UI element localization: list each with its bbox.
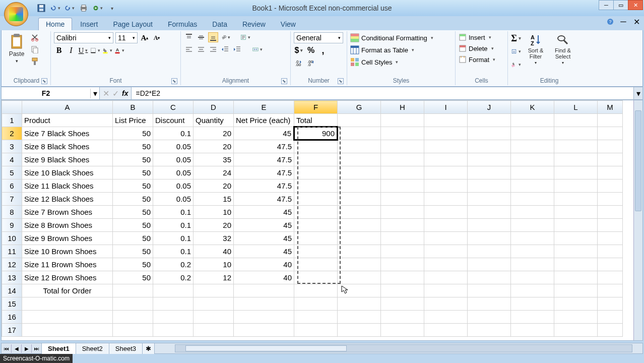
cell[interactable]	[598, 166, 623, 179]
cell[interactable]	[338, 311, 381, 324]
cell[interactable]: 35	[194, 153, 234, 166]
align-middle-icon[interactable]	[196, 32, 206, 42]
cell[interactable]	[338, 193, 381, 206]
paste-button[interactable]: Paste ▾	[6, 32, 28, 65]
cell[interactable]	[554, 179, 598, 193]
cell[interactable]	[598, 311, 623, 324]
percent-format-icon[interactable]: %	[306, 45, 316, 55]
cell[interactable]	[511, 258, 554, 271]
cell[interactable]	[468, 179, 511, 193]
cell[interactable]	[113, 297, 153, 311]
tab-insert[interactable]: Insert	[73, 18, 105, 30]
align-left-icon[interactable]	[184, 44, 194, 54]
cell[interactable]	[153, 311, 194, 324]
cell[interactable]	[511, 284, 554, 297]
cell[interactable]	[511, 179, 554, 193]
cell[interactable]	[294, 206, 338, 219]
redo-icon[interactable]	[65, 3, 75, 13]
cell[interactable]	[511, 114, 554, 127]
cell[interactable]: 20	[194, 127, 234, 140]
cell[interactable]: Size 7 Brown Shoes	[22, 206, 113, 219]
cell[interactable]: Product	[22, 114, 113, 127]
cell[interactable]	[381, 232, 424, 245]
cell[interactable]: Discount	[153, 114, 194, 127]
bold-icon[interactable]: B	[54, 45, 64, 55]
cell[interactable]: 0.1	[153, 127, 194, 140]
row-header[interactable]: 1	[2, 114, 22, 127]
cell[interactable]	[113, 324, 153, 337]
row-header[interactable]: 12	[2, 258, 22, 271]
cell[interactable]: 50	[113, 245, 153, 258]
cell[interactable]: 50	[113, 193, 153, 206]
cell[interactable]	[511, 271, 554, 284]
cell[interactable]	[598, 258, 623, 271]
sheet-nav-next-icon[interactable]: ▶	[22, 344, 32, 353]
cell[interactable]: Size 9 Black Shoes	[22, 153, 113, 166]
cell[interactable]	[234, 284, 294, 297]
cell[interactable]	[511, 153, 554, 166]
formula-bar-expand-icon[interactable]: ▾	[633, 87, 642, 99]
merge-center-icon[interactable]	[252, 44, 263, 54]
cell[interactable]	[338, 166, 381, 179]
cell[interactable]	[511, 232, 554, 245]
horizontal-scrollbar[interactable]	[175, 344, 632, 352]
cell[interactable]: 50	[113, 206, 153, 219]
orientation-icon[interactable]: ab	[220, 32, 230, 42]
cell[interactable]	[554, 232, 598, 245]
cell[interactable]	[468, 245, 511, 258]
accounting-format-icon[interactable]: $	[294, 45, 304, 55]
fill-icon[interactable]	[511, 46, 521, 56]
border-icon[interactable]	[90, 45, 100, 55]
cell[interactable]	[234, 311, 294, 324]
cell[interactable]	[194, 297, 234, 311]
cell[interactable]	[468, 114, 511, 127]
cell[interactable]	[468, 258, 511, 271]
clear-icon[interactable]	[511, 59, 521, 70]
cell[interactable]	[424, 232, 468, 245]
cell[interactable]	[511, 245, 554, 258]
row-header[interactable]: 14	[2, 284, 22, 297]
cell[interactable]	[468, 206, 511, 219]
cell[interactable]	[381, 311, 424, 324]
quickprint-icon[interactable]	[93, 3, 103, 13]
cell[interactable]	[424, 179, 468, 193]
cell[interactable]	[554, 140, 598, 153]
cell[interactable]: 47.5	[234, 166, 294, 179]
font-family-select[interactable]: Calibri▾	[54, 32, 113, 43]
cell[interactable]: 24	[194, 166, 234, 179]
cell[interactable]: 47.5	[234, 153, 294, 166]
cell[interactable]	[468, 153, 511, 166]
cell[interactable]	[424, 193, 468, 206]
cell[interactable]: 50	[113, 271, 153, 284]
cell[interactable]	[338, 258, 381, 271]
cell[interactable]	[424, 219, 468, 232]
italic-icon[interactable]: I	[66, 45, 76, 55]
cell[interactable]	[294, 284, 338, 297]
underline-icon[interactable]: U	[78, 45, 88, 55]
cell[interactable]	[424, 166, 468, 179]
cell[interactable]: 40	[234, 271, 294, 284]
format-painter-icon[interactable]	[30, 56, 40, 67]
cell[interactable]	[294, 166, 338, 179]
cell[interactable]	[22, 324, 113, 337]
cell[interactable]	[554, 324, 598, 337]
row-header[interactable]: 7	[2, 193, 22, 206]
cell[interactable]	[468, 232, 511, 245]
cell[interactable]	[554, 114, 598, 127]
row-header[interactable]: 15	[2, 297, 22, 311]
copy-icon[interactable]	[30, 44, 40, 54]
formula-input[interactable]: =D2*E2	[132, 87, 633, 99]
align-center-icon[interactable]	[196, 44, 206, 54]
cell[interactable]	[468, 284, 511, 297]
tab-view[interactable]: View	[274, 18, 303, 30]
cell[interactable]	[598, 127, 623, 140]
row-header[interactable]: 2	[2, 127, 22, 140]
format-as-table-button[interactable]: Format as Table	[350, 45, 414, 54]
cell[interactable]	[338, 153, 381, 166]
cell[interactable]	[381, 114, 424, 127]
cell[interactable]: 50	[113, 219, 153, 232]
cell[interactable]	[424, 245, 468, 258]
cell[interactable]: Size 8 Black Shoes	[22, 140, 113, 153]
cell[interactable]	[598, 245, 623, 258]
cell[interactable]	[338, 284, 381, 297]
